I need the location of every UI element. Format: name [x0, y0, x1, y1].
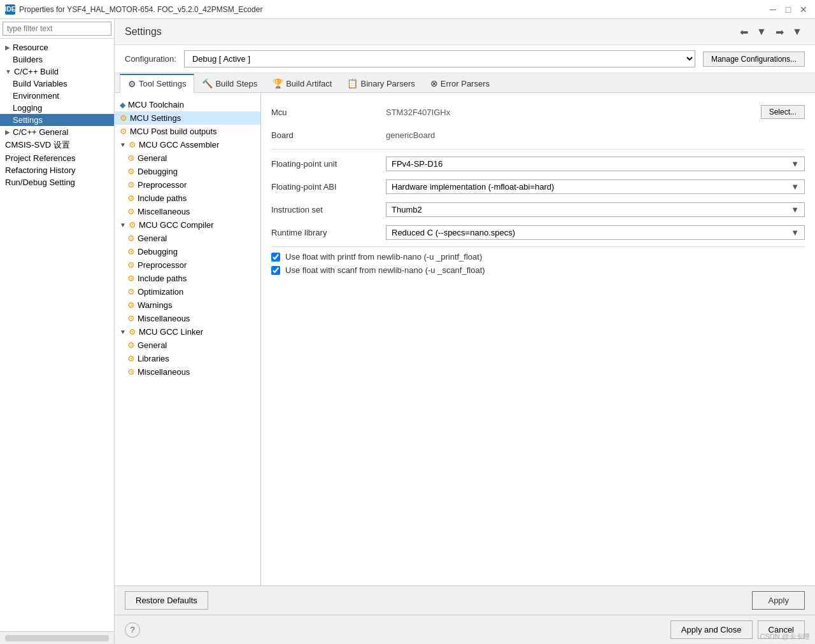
more-button[interactable]: ▼: [790, 24, 805, 39]
sidebar-item-refactoring-history[interactable]: Refactoring History: [0, 164, 114, 176]
sidebar-item-builders[interactable]: Builders: [0, 53, 114, 66]
sidebar-item-settings[interactable]: Settings: [0, 114, 114, 126]
st-gcc-preprocessor[interactable]: ⚙ Preprocessor: [115, 258, 260, 272]
watermark: CSDN @卡卡哩: [760, 632, 810, 641]
help-button[interactable]: ?: [125, 622, 140, 638]
settings-gear-icon: ⚙: [127, 247, 135, 256]
sidebar-item-build-variables[interactable]: Build Variables: [0, 78, 114, 90]
apply-and-close-button[interactable]: Apply and Close: [670, 620, 753, 639]
tab-label: Binary Parsers: [360, 79, 415, 88]
st-mcu-gcc-compiler[interactable]: ▼ ⚙ MCU GCC Compiler: [115, 218, 260, 232]
sidebar-item-logging[interactable]: Logging: [0, 102, 114, 114]
st-linker-libraries[interactable]: ⚙ Libraries: [115, 352, 260, 365]
sidebar-item-project-references[interactable]: Project References: [0, 152, 114, 164]
st-asm-debugging[interactable]: ⚙ Debugging: [115, 165, 260, 178]
expand-arrow: ▶: [5, 129, 10, 136]
sidebar-item-label: C/C++ Build: [14, 67, 59, 76]
st-mcu-gcc-assembler[interactable]: ▼ ⚙ MCU GCC Assembler: [115, 138, 260, 151]
printf-float-checkbox[interactable]: [271, 253, 280, 262]
st-gcc-warnings[interactable]: ⚙ Warnings: [115, 298, 260, 312]
sidebar-scrollbar: [0, 631, 114, 644]
restore-defaults-button[interactable]: Restore Defaults: [125, 591, 208, 610]
apply-button[interactable]: Apply: [752, 591, 805, 610]
st-mcu-gcc-linker[interactable]: ▼ ⚙ MCU GCC Linker: [115, 325, 260, 339]
isa-select[interactable]: Thumb2 ▼: [386, 202, 805, 217]
st-item-label: Preprocessor: [138, 260, 187, 270]
mcu-value: STM32F407IGHx: [386, 106, 756, 118]
st-item-label: MCU Post build outputs: [130, 127, 217, 136]
settings-gear-icon: ⚙: [127, 367, 135, 377]
app-icon: IDE: [5, 4, 15, 15]
dropdown-button[interactable]: ▼: [754, 24, 769, 39]
settings-gear-icon: ⚙: [127, 193, 135, 203]
settings-gear-icon: ⚙: [120, 113, 127, 123]
st-linker-miscellaneous[interactable]: ⚙ Miscellaneous: [115, 365, 260, 379]
st-item-label: General: [138, 234, 167, 243]
mcu-row: Mcu STM32F407IGHx Select...: [271, 103, 805, 121]
fpu-select[interactable]: FPv4-SP-D16 ▼: [386, 157, 805, 171]
st-item-label: Miscellaneous: [138, 367, 190, 377]
st-gcc-general[interactable]: ⚙ General: [115, 232, 260, 245]
tab-build-artifact[interactable]: 🏆 Build Artifact: [265, 73, 339, 92]
expand-arrow: ▶: [5, 44, 10, 51]
sidebar-item-cpp-general[interactable]: ▶ C/C++ General: [0, 126, 114, 138]
manage-configurations-button[interactable]: Manage Configurations...: [703, 52, 805, 67]
fpu-abi-label: Floating-point ABI: [271, 182, 386, 192]
fpu-row: Floating-point unit FPv4-SP-D16 ▼: [271, 155, 805, 172]
sidebar: ▶ Resource Builders ▼ C/C++ Build Build …: [0, 19, 115, 644]
search-input[interactable]: [3, 22, 111, 36]
st-mcu-settings[interactable]: ⚙ MCU Settings: [115, 111, 260, 125]
settings-gear-icon: ⚙: [127, 167, 135, 176]
fpu-abi-row: Floating-point ABI Hardware implementati…: [271, 178, 805, 195]
st-asm-preprocessor[interactable]: ⚙ Preprocessor: [115, 178, 260, 192]
st-gcc-include-paths[interactable]: ⚙ Include paths: [115, 272, 260, 285]
sidebar-item-environment[interactable]: Environment: [0, 90, 114, 102]
tab-tool-settings[interactable]: ⚙ Tool Settings: [120, 74, 194, 93]
st-gcc-debugging[interactable]: ⚙ Debugging: [115, 245, 260, 258]
minimize-button[interactable]: ─: [767, 3, 779, 16]
tab-binary-parsers[interactable]: 📋 Binary Parsers: [339, 73, 422, 92]
mcu-select-button[interactable]: Select...: [761, 105, 805, 119]
st-asm-miscellaneous[interactable]: ⚙ Miscellaneous: [115, 205, 260, 218]
sidebar-item-label: Build Variables: [13, 79, 67, 88]
st-asm-include-paths[interactable]: ⚙ Include paths: [115, 192, 260, 205]
st-gcc-miscellaneous[interactable]: ⚙ Miscellaneous: [115, 312, 260, 325]
runtime-select[interactable]: Reduced C (--specs=nano.specs) ▼: [386, 225, 805, 240]
st-linker-general[interactable]: ⚙ General: [115, 339, 260, 352]
st-gcc-optimization[interactable]: ⚙ Optimization: [115, 285, 260, 298]
horizontal-scrollbar[interactable]: [5, 635, 109, 641]
st-item-label: Debugging: [138, 167, 178, 176]
maximize-button[interactable]: □: [782, 3, 795, 16]
sidebar-item-resource[interactable]: ▶ Resource: [0, 41, 114, 53]
close-button[interactable]: ✕: [797, 3, 810, 16]
tab-error-parsers[interactable]: ⊗ Error Parsers: [423, 73, 497, 92]
expand-arrow: ▼: [120, 328, 126, 335]
tab-label: Build Artifact: [286, 79, 332, 88]
configuration-select[interactable]: Debug [ Active ]: [184, 50, 695, 67]
st-asm-general[interactable]: ⚙ General: [115, 151, 260, 165]
tab-build-steps[interactable]: 🔨 Build Steps: [194, 73, 265, 92]
settings-gear-icon: ⚙: [127, 234, 135, 243]
back-button[interactable]: ⬅: [736, 24, 751, 39]
dropdown-arrow-icon: ▼: [791, 228, 799, 237]
sidebar-item-label: CMSIS-SVD 设置: [5, 139, 70, 151]
st-mcu-toolchain[interactable]: ◆ MCU Toolchain: [115, 98, 260, 111]
settings-gear-icon: ⚙: [127, 180, 135, 190]
configuration-label: Configuration:: [125, 54, 176, 64]
sidebar-item-run-debug[interactable]: Run/Debug Setting: [0, 176, 114, 188]
main-content: ▶ Resource Builders ▼ C/C++ Build Build …: [0, 19, 815, 644]
st-item-label: MCU GCC Assembler: [139, 140, 219, 150]
expand-arrow: ▼: [5, 68, 11, 75]
st-item-label: MCU Settings: [130, 113, 181, 123]
scanf-float-checkbox[interactable]: [271, 266, 280, 275]
st-mcu-post-build[interactable]: ⚙ MCU Post build outputs: [115, 125, 260, 138]
sidebar-item-cmsis-svd[interactable]: CMSIS-SVD 设置: [0, 138, 114, 152]
sidebar-item-cpp-build[interactable]: ▼ C/C++ Build: [0, 66, 114, 78]
settings-gear-icon: ⚙: [129, 220, 136, 230]
fpu-abi-select[interactable]: Hardware implementation (-mfloat-abi=har…: [386, 179, 805, 194]
runtime-value: Reduced C (--specs=nano.specs): [392, 228, 515, 237]
board-value: genericBoard: [386, 129, 805, 141]
title-bar: IDE Properties for YSF4_HAL_MOTOR-654. F…: [0, 0, 815, 19]
forward-button[interactable]: ➡: [772, 24, 787, 39]
bottom-left: ?: [125, 622, 140, 638]
